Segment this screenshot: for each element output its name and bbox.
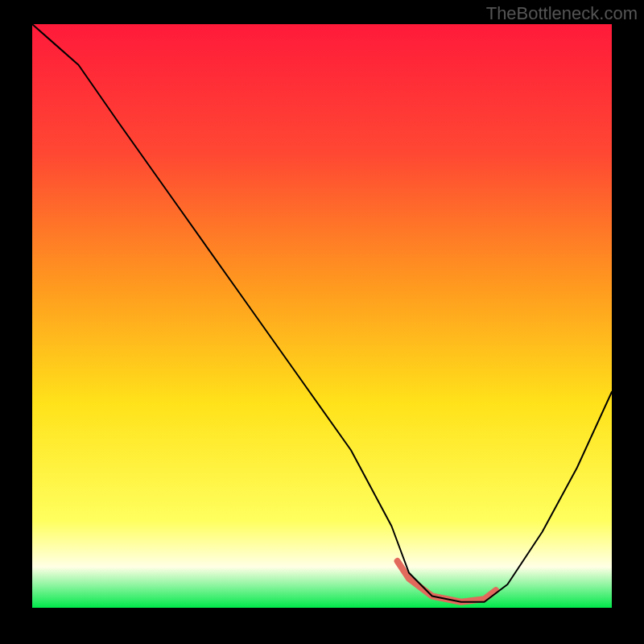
- gradient-background: [32, 24, 612, 608]
- watermark-text: TheBottleneck.com: [486, 3, 638, 24]
- chart-svg: [0, 0, 644, 644]
- chart-container: TheBottleneck.com: [0, 0, 644, 644]
